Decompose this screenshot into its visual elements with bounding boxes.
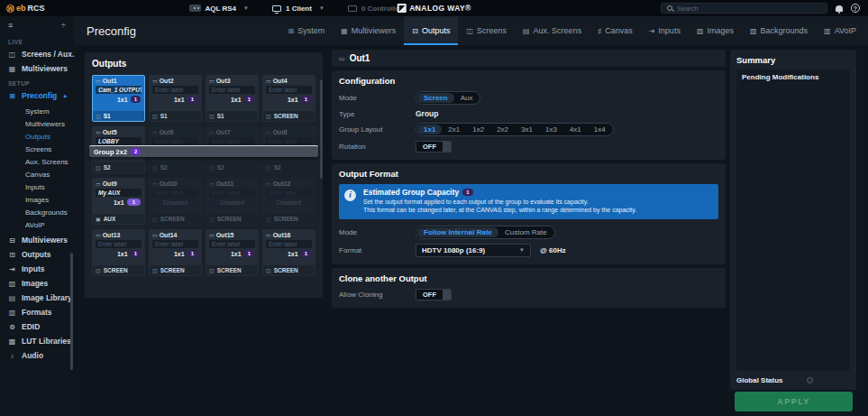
- output-footer: ◫SCREEN: [263, 111, 315, 121]
- allow-cloning-toggle[interactable]: OFF: [416, 289, 452, 300]
- tab-canvas[interactable]: ♯Canvas: [589, 16, 641, 45]
- output-card-out16[interactable]: ▭Out16Enter label1x11◫SCREEN: [262, 229, 315, 276]
- output-card-out12[interactable]: ▭Out12Enter labelDisabled◫SCREEN: [262, 178, 315, 225]
- clients-selector[interactable]: 1 Client ▼: [272, 5, 324, 13]
- output-label-field[interactable]: LOBBY: [96, 137, 142, 145]
- outputs-scrollbar[interactable]: [320, 79, 323, 179]
- group-bar[interactable]: Group 2x2 2: [89, 145, 318, 157]
- hamburger-menu-icon[interactable]: ≡: [8, 21, 13, 30]
- output-card-out11[interactable]: ▭Out11Enter labelDisabled◫SCREEN: [206, 178, 259, 225]
- search-input[interactable]: [677, 5, 821, 13]
- sidebar-subitem-system[interactable]: System: [0, 105, 74, 117]
- segment-4x1[interactable]: 4x1: [563, 125, 588, 134]
- capacity-count-badge: 1: [462, 189, 472, 196]
- segment-aux[interactable]: Aux: [454, 93, 480, 103]
- output-label-field[interactable]: Enter label: [152, 189, 198, 197]
- output-label-field[interactable]: Enter label: [96, 240, 142, 248]
- sidebar-subitem-avoip[interactable]: AVoIP: [0, 218, 74, 231]
- output-label-field[interactable]: Enter label: [209, 137, 255, 145]
- segment-1x1[interactable]: 1x1: [417, 125, 442, 134]
- sidebar-item-inputs[interactable]: ⇥Inputs: [0, 262, 74, 276]
- output-label-field[interactable]: Enter label: [266, 86, 312, 94]
- sidebar-item-formats[interactable]: ▥Formats: [0, 305, 74, 319]
- sidebar-item-multiviewers[interactable]: ▦Multiviewers: [0, 61, 74, 76]
- tab-images[interactable]: ▨Images: [689, 16, 742, 45]
- output-label-field[interactable]: Enter label: [152, 137, 198, 145]
- sidebar-item-audio[interactable]: ♪Audio: [0, 348, 74, 363]
- sidebar-item-screens-aux[interactable]: ◫Screens / Aux.: [0, 47, 74, 61]
- notifications-bell-icon[interactable]: [836, 5, 843, 12]
- output-card-out4[interactable]: ▭Out4Enter label1x11◫SCREEN: [262, 75, 315, 122]
- help-icon[interactable]: ?: [851, 4, 860, 13]
- sidebar-subitem-aux-screens[interactable]: Aux. Screens: [0, 155, 74, 168]
- format-selected-value: HDTV 1080p (16:9): [422, 246, 485, 254]
- segment-1x4[interactable]: 1x4: [588, 125, 612, 134]
- output-label-field[interactable]: Enter label: [152, 240, 198, 248]
- output-label-field[interactable]: My AUX: [96, 189, 142, 197]
- sidebar-subitem-images[interactable]: Images: [0, 193, 74, 206]
- output-label-field[interactable]: Enter label: [266, 137, 312, 145]
- connector-icon: ▭: [96, 78, 101, 84]
- tab-system[interactable]: ⊞System: [279, 16, 333, 45]
- tab-backgrounds[interactable]: ▧Backgrounds: [742, 16, 816, 45]
- output-card-out10[interactable]: ▭Out10Enter labelDisabled◫SCREEN: [149, 178, 202, 225]
- output-card-out2[interactable]: ▭Out2Enter label1x11◫S1: [149, 75, 202, 122]
- output-label-field[interactable]: Enter label: [209, 189, 255, 197]
- output-label-field[interactable]: Enter label: [152, 86, 198, 94]
- segment-1x2[interactable]: 1x2: [466, 125, 490, 134]
- apply-button[interactable]: APPLY: [735, 392, 853, 411]
- output-footer: ◫SCREEN: [206, 265, 258, 275]
- sidebar-item-images[interactable]: ▨Images: [0, 276, 74, 291]
- sidebar-item-image-library[interactable]: ▤Image Library: [0, 291, 74, 305]
- sidebar-subitem-inputs[interactable]: Inputs: [0, 180, 74, 193]
- screen-icon: ◫: [152, 164, 158, 171]
- segment-2x2[interactable]: 2x2: [490, 125, 515, 134]
- output-card-out15[interactable]: ▭Out15Enter label1x11◫SCREEN: [206, 229, 259, 276]
- images-icon: ▨: [697, 27, 704, 35]
- sidebar-subitem-backgrounds[interactable]: Backgrounds: [0, 206, 74, 218]
- output-label-field[interactable]: Enter label: [209, 240, 255, 248]
- canvas-icon: ♯: [598, 27, 601, 35]
- gear-icon[interactable]: [807, 377, 813, 384]
- segment-3x1[interactable]: 3x1: [515, 125, 539, 134]
- tab-inputs[interactable]: ⇥Inputs: [641, 16, 689, 45]
- segment-custom-rate[interactable]: Custom Rate: [498, 227, 553, 237]
- sidebar-subitem-multiviewers[interactable]: Multiviewers: [0, 117, 74, 130]
- tab-avoip[interactable]: ▥AVoIP: [816, 16, 864, 45]
- output-label-field[interactable]: Enter label: [266, 240, 312, 248]
- device-selector[interactable]: AQL RS4 ▼: [189, 5, 249, 13]
- sidebar-item-lut-libraries[interactable]: ▩LUT Libraries: [0, 334, 74, 348]
- output-label-field[interactable]: Enter label: [266, 189, 312, 197]
- output-card-out3[interactable]: ▭Out3Enter label1x11◫S1: [206, 75, 259, 122]
- output-name: Out1: [103, 78, 117, 84]
- output-card-out1[interactable]: ▭Out1Cam_1 OUTPUT1x11◫S1: [92, 75, 145, 122]
- sidebar-subitem-screens[interactable]: Screens: [0, 143, 74, 155]
- sidebar-item-edid[interactable]: ⊚EDID: [0, 319, 74, 334]
- output-card-out9[interactable]: ▭Out9My AUX1x11▣AUX: [92, 178, 145, 225]
- tab-screens[interactable]: ◫Screens: [458, 16, 515, 45]
- tab-aux-screens[interactable]: ▤Aux. Screens: [515, 16, 589, 45]
- output-label-field[interactable]: Cam_1 OUTPUT: [96, 86, 142, 94]
- segment-screen[interactable]: Screen: [417, 93, 454, 103]
- sidebar-subitem-outputs[interactable]: Outputs: [0, 130, 74, 143]
- sidebar-scrollbar[interactable]: [70, 253, 73, 370]
- collapse-sidebar-icon[interactable]: ÷: [61, 21, 66, 30]
- segment-2x1[interactable]: 2x1: [442, 125, 466, 134]
- output-card-out14[interactable]: ▭Out14Enter label1x11◫SCREEN: [149, 229, 202, 276]
- search-box[interactable]: [661, 3, 827, 14]
- segment-follow-internal-rate[interactable]: Follow Internal Rate: [417, 227, 498, 237]
- sidebar-item-multiviewers[interactable]: ⊟Multiviewers: [0, 233, 74, 247]
- sidebar-item-outputs[interactable]: ⊡Outputs: [0, 247, 74, 262]
- rotation-toggle[interactable]: OFF: [416, 141, 452, 153]
- aux-icon: ▣: [96, 216, 101, 222]
- tab-outputs[interactable]: ⊡Outputs: [404, 16, 458, 45]
- tab-multiviewers[interactable]: ▦Multiviewers: [333, 16, 404, 45]
- output-label-field[interactable]: Enter label: [209, 86, 255, 94]
- output-card-out13[interactable]: ▭Out13Enter label1x11◫SCREEN: [92, 229, 145, 276]
- sidebar-subitem-canvas[interactable]: Canvas: [0, 168, 74, 180]
- logo-w-icon: W: [6, 5, 14, 13]
- chevron-down-icon: ▼: [243, 5, 249, 11]
- format-select[interactable]: HDTV 1080p (16:9) ▼: [416, 244, 531, 257]
- segment-1x3[interactable]: 1x3: [539, 125, 563, 134]
- sidebar-item-preconfig[interactable]: ⊞ Preconfig ▲: [0, 88, 74, 103]
